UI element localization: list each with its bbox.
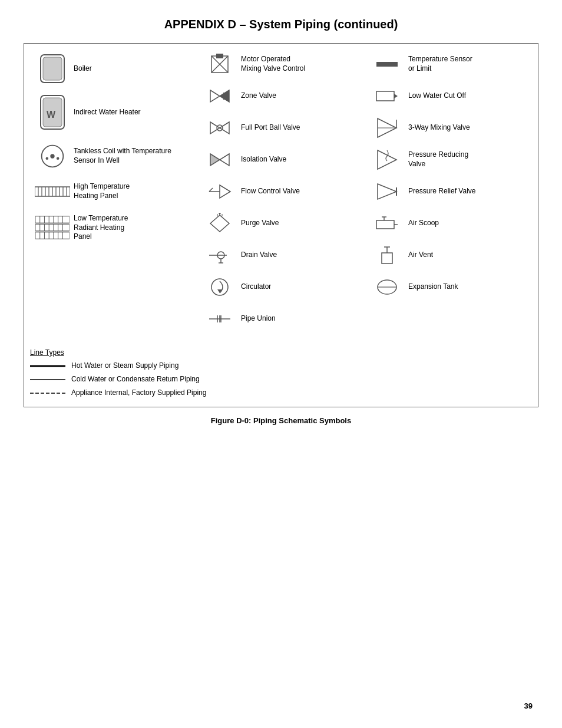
drain-valve-label: Drain Valve [241, 251, 277, 260]
svg-text:W: W [47, 110, 56, 120]
motor-mixing-valve-label: Motor OperatedMixing Valve Control [241, 55, 305, 73]
page: APPENDIX D – System Piping (continued) B… [0, 0, 562, 443]
3-way-mixing-valve-icon [369, 117, 405, 139]
high-temp-panel-label: High TemperatureHeating Panel [74, 182, 130, 200]
high-temp-panel-icon [35, 186, 70, 197]
list-item: High TemperatureHeating Panel [35, 180, 193, 203]
medium-line-icon [30, 374, 65, 384]
list-item: Low TemperatureRadiant HeatingPanel [35, 214, 193, 242]
pipe-union-label: Pipe Union [241, 314, 276, 324]
list-item: Cold Water or Condensate Return Piping [30, 374, 532, 384]
symbols-grid: Boiler W Indirect Water Heater [30, 52, 532, 339]
list-item: Pipe Union [202, 307, 360, 331]
low-water-cut-off-icon [369, 89, 405, 103]
boiler-icon [35, 52, 70, 85]
svg-rect-33 [35, 232, 70, 239]
line-types-section: Line Types Hot Water or Steam Supply Pip… [30, 345, 532, 398]
expansion-tank-label: Expansion Tank [408, 282, 458, 292]
svg-rect-26 [35, 225, 70, 232]
low-temp-panel-label: Low TemperatureRadiant HeatingPanel [74, 214, 128, 242]
full-port-ball-valve-icon [202, 121, 237, 135]
list-item: Low Water Cut Off [369, 84, 527, 108]
svg-marker-44 [210, 90, 220, 102]
low-temp-panel-icon [35, 216, 70, 239]
svg-rect-1 [43, 57, 62, 80]
purge-valve-icon [202, 213, 237, 234]
list-item: Temperature Sensoror Limit [369, 52, 527, 76]
svg-marker-72 [394, 94, 398, 98]
list-item: Pressure ReducingValve [369, 148, 527, 172]
line-types-title: Line Types [30, 348, 532, 357]
temp-sensor-icon [369, 60, 405, 69]
list-item: Expansion Tank [369, 275, 527, 299]
svg-marker-51 [220, 154, 229, 166]
solid-line-icon [30, 360, 65, 371]
svg-rect-83 [382, 253, 392, 263]
drain-valve-icon [202, 246, 237, 264]
list-item: Isolation Valve [202, 148, 360, 172]
svg-marker-48 [220, 122, 229, 134]
figure-caption: Figure D-0: Piping Schematic Symbols [24, 416, 538, 425]
boiler-label: Boiler [74, 64, 92, 74]
circulator-icon [202, 276, 237, 298]
svg-marker-55 [210, 215, 229, 232]
zone-valve-icon [202, 89, 237, 103]
page-title: APPENDIX D – System Piping (continued) [24, 18, 538, 31]
list-item: Pressure Relief Valve [369, 180, 527, 203]
svg-rect-70 [376, 62, 398, 67]
full-port-ball-valve-label: Full Port Ball Valve [241, 123, 300, 133]
list-item: Appliance Internal, Factory Supplied Pip… [30, 387, 532, 398]
list-item: 3-Way Mixing Valve [369, 116, 527, 140]
indirect-water-heater-icon: W [35, 93, 70, 131]
medium-line-label: Cold Water or Condensate Return Piping [71, 375, 200, 383]
tankless-coil-icon [35, 143, 70, 169]
pipe-union-icon [202, 314, 237, 324]
air-vent-label: Air Vent [408, 251, 433, 260]
list-item: Flow Control Valve [202, 180, 360, 203]
isolation-valve-icon [202, 153, 237, 167]
circulator-label: Circulator [241, 282, 271, 292]
svg-point-8 [57, 157, 59, 160]
list-item: Hot Water or Steam Supply Piping [30, 360, 532, 371]
low-water-cut-off-label: Low Water Cut Off [408, 91, 466, 101]
pressure-reducing-valve-label: Pressure ReducingValve [408, 150, 468, 169]
list-item: Zone Valve [202, 84, 360, 108]
svg-point-7 [46, 157, 49, 160]
diagram-box: Boiler W Indirect Water Heater [24, 43, 538, 407]
air-vent-icon [369, 245, 405, 266]
pressure-reducing-valve-icon [369, 149, 405, 170]
list-item: Purge Valve [202, 212, 360, 235]
column-1: Boiler W Indirect Water Heater [30, 52, 197, 339]
dashed-line-label: Appliance Internal, Factory Supplied Pip… [71, 388, 206, 397]
list-item: Circulator [202, 275, 360, 299]
flow-control-valve-label: Flow Control Valve [241, 187, 300, 196]
tankless-coil-label: Tankless Coil with TemperatureSensor In … [74, 147, 171, 165]
pressure-relief-valve-label: Pressure Relief Valve [408, 187, 476, 196]
list-item: Air Scoop [369, 212, 527, 235]
pressure-relief-valve-icon [369, 183, 405, 200]
column-2: Motor OperatedMixing Valve Control Zone … [197, 52, 365, 339]
svg-rect-71 [376, 91, 394, 101]
svg-marker-77 [378, 184, 396, 199]
svg-marker-54 [220, 185, 230, 198]
indirect-water-heater-label: Indirect Water Heater [74, 108, 141, 117]
flow-control-valve-icon [202, 183, 237, 200]
svg-line-53 [209, 188, 213, 192]
svg-rect-79 [376, 220, 394, 229]
svg-rect-19 [35, 216, 70, 223]
column-3: Temperature Sensoror Limit Low Water Cut… [365, 52, 532, 339]
list-item: Tankless Coil with TemperatureSensor In … [35, 143, 193, 169]
list-item: Drain Valve [202, 243, 360, 267]
list-item: Boiler [35, 52, 193, 85]
zone-valve-label: Zone Valve [241, 91, 276, 101]
svg-marker-47 [210, 122, 220, 134]
svg-rect-43 [216, 54, 223, 58]
list-item: Motor OperatedMixing Valve Control [202, 52, 360, 76]
3-way-mixing-valve-label: 3-Way Mixing Valve [408, 123, 470, 133]
motor-mixing-valve-icon [202, 54, 237, 75]
dashed-line-icon [30, 387, 65, 398]
purge-valve-label: Purge Valve [241, 219, 279, 228]
list-item: Full Port Ball Valve [202, 116, 360, 140]
list-item: Air Vent [369, 243, 527, 267]
svg-marker-50 [210, 154, 220, 166]
